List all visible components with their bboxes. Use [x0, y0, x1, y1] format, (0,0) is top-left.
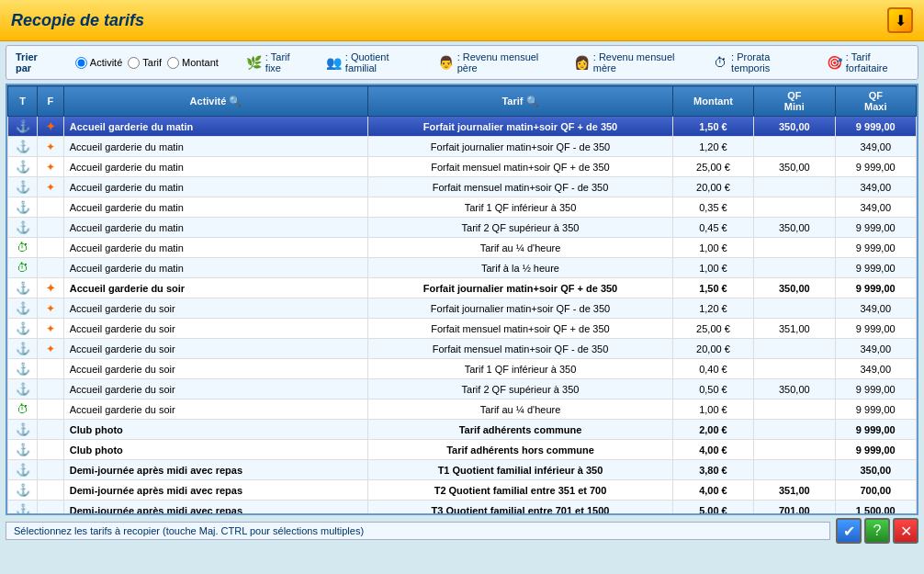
col-f: [38, 238, 64, 258]
title-bar: Recopie de tarifs ⬇: [0, 0, 924, 41]
col-f: [38, 460, 64, 480]
table-row[interactable]: ⚓ ✦ Accueil garderie du soir Forfait men…: [8, 319, 917, 339]
table-row[interactable]: ⏱ Accueil garderie du matin Tarif à la ½…: [8, 258, 917, 278]
legend-row: 🌿 : Tarif fixe 👥 : Quotient familial 👨 :…: [246, 51, 908, 73]
col-activite: Accueil garderie du soir: [63, 319, 368, 339]
col-t: ⚓: [8, 278, 38, 298]
col-montant: 2,00 €: [672, 420, 753, 440]
table-row[interactable]: ⚓ Club photo Tarif adhérents commune 2,0…: [8, 420, 917, 440]
validate-button[interactable]: ✔: [836, 518, 862, 544]
col-t: ⚓: [8, 117, 38, 137]
radio-montant[interactable]: Montant: [167, 57, 219, 69]
col-tarif: Tarif 1 QF inférieur à 350: [368, 197, 673, 218]
col-qfmaxi: 9 999,00: [835, 218, 916, 238]
table-row[interactable]: ⚓ ✦ Accueil garderie du soir Forfait jou…: [8, 278, 917, 298]
table-row[interactable]: ⚓ ✦ Accueil garderie du matin Forfait me…: [8, 157, 917, 177]
col-tarif: Tarif adhérents hors commune: [368, 440, 673, 460]
col-activite: Demi-journée après midi avec repas: [63, 460, 368, 480]
col-qfmini: 350,00: [754, 117, 835, 137]
col-montant: 1,20 €: [672, 298, 753, 319]
col-activite: Accueil garderie du matin: [63, 117, 368, 137]
status-text: Sélectionnez les tarifs à recopier (touc…: [6, 522, 830, 540]
col-f: [38, 440, 64, 460]
col-qfmini: 350,00: [754, 278, 835, 298]
activite-search-icon[interactable]: 🔍: [229, 96, 242, 107]
table-row[interactable]: ⚓ ✦ Accueil garderie du matin Forfait me…: [8, 177, 917, 197]
col-t: ⚓: [8, 319, 38, 339]
table-row[interactable]: ⚓ Accueil garderie du matin Tarif 1 QF i…: [8, 197, 917, 218]
close-button[interactable]: ✕: [893, 518, 918, 544]
col-f: ✦: [38, 117, 64, 137]
radio-activite[interactable]: Activité: [75, 57, 122, 69]
col-t: ⚓: [8, 137, 38, 157]
table-row[interactable]: ⚓ Demi-journée après midi avec repas T3 …: [8, 501, 917, 516]
col-tarif: Forfait mensuel matin+soir QF + de 350: [368, 157, 673, 177]
col-t: ⚓: [8, 480, 38, 501]
col-montant: 5,00 €: [672, 501, 753, 516]
col-montant: 0,50 €: [672, 379, 753, 400]
table-row[interactable]: ⚓ Demi-journée après midi avec repas T1 …: [8, 460, 917, 480]
status-bar: Sélectionnez les tarifs à recopier (touc…: [6, 518, 918, 544]
col-t: ⚓: [8, 379, 38, 400]
col-qfmini: [754, 197, 835, 218]
main-table-container: T F Activité 🔍 Tarif 🔍 Montant QFMini QF…: [6, 84, 918, 515]
col-t: ⚓: [8, 359, 38, 379]
legend-revenu-pere: 👨 : Revenu mensuel père: [438, 51, 552, 73]
revenu-mere-icon: 👩: [574, 54, 590, 71]
col-f: ✦: [38, 137, 64, 157]
col-tarif: Forfait journalier matin+soir QF - de 35…: [368, 298, 673, 319]
col-t: ⚓: [8, 177, 38, 197]
col-qfmaxi: 9 999,00: [835, 278, 916, 298]
col-f: [38, 258, 64, 278]
col-activite: Accueil garderie du matin: [63, 218, 368, 238]
prorata-icon: ⏱: [713, 54, 727, 71]
col-qfmaxi: 9 999,00: [835, 400, 916, 420]
table-row[interactable]: ⚓ ✦ Accueil garderie du soir Forfait jou…: [8, 298, 917, 319]
table-row[interactable]: ⚓ Accueil garderie du soir Tarif 1 QF in…: [8, 359, 917, 379]
col-qfmaxi: 349,00: [835, 137, 916, 157]
col-qfmaxi: 349,00: [835, 177, 916, 197]
col-t: ⚓: [8, 460, 38, 480]
help-button[interactable]: ?: [864, 518, 890, 544]
col-f: ✦: [38, 339, 64, 359]
table-row[interactable]: ⚓ ✦ Accueil garderie du matin Forfait jo…: [8, 137, 917, 157]
col-activite: Accueil garderie du soir: [63, 379, 368, 400]
col-qfmaxi: 9 999,00: [835, 420, 916, 440]
col-qfmini: [754, 440, 835, 460]
col-qfmaxi: 349,00: [835, 359, 916, 379]
page-title: Recopie de tarifs: [11, 11, 144, 30]
col-tarif: Tarif 2 QF supérieur à 350: [368, 218, 673, 238]
table-row[interactable]: ⚓ Club photo Tarif adhérents hors commun…: [8, 440, 917, 460]
col-tarif: T1 Quotient familial inférieur à 350: [368, 460, 673, 480]
col-f: [38, 501, 64, 516]
legend-quotient: 👥 : Quotient familial: [326, 51, 416, 73]
col-montant: 20,00 €: [672, 339, 753, 359]
col-qfmaxi: 349,00: [835, 197, 916, 218]
col-activite: Accueil garderie du soir: [63, 339, 368, 359]
col-activite: Accueil garderie du matin: [63, 137, 368, 157]
tarif-search-icon[interactable]: 🔍: [526, 96, 539, 107]
col-activite: Accueil garderie du soir: [63, 359, 368, 379]
table-row[interactable]: ⚓ Demi-journée après midi avec repas T2 …: [8, 480, 917, 501]
col-qfmaxi: 9 999,00: [835, 157, 916, 177]
col-tarif: Forfait mensuel matin+soir QF + de 350: [368, 319, 673, 339]
radio-tarif[interactable]: Tarif: [128, 57, 162, 69]
col-tarif: T3 Quotient familial entre 701 et 1500: [368, 501, 673, 516]
col-f: ✦: [38, 278, 64, 298]
table-row[interactable]: ⚓ Accueil garderie du matin Tarif 2 QF s…: [8, 218, 917, 238]
table-row[interactable]: ⚓ ✦ Accueil garderie du matin Forfait jo…: [8, 117, 917, 137]
col-qfmini: [754, 359, 835, 379]
col-montant: 20,00 €: [672, 177, 753, 197]
col-qfmaxi: 1 500,00: [835, 501, 916, 516]
col-qfmaxi: 9 999,00: [835, 258, 916, 278]
table-row[interactable]: ⏱ Accueil garderie du matin Tarif au ¼ d…: [8, 238, 917, 258]
col-montant: 4,00 €: [672, 440, 753, 460]
table-row[interactable]: ⚓ ✦ Accueil garderie du soir Forfait men…: [8, 339, 917, 359]
legend-revenu-mere: 👩 : Revenu mensuel mère: [574, 51, 691, 73]
col-f: [38, 480, 64, 501]
col-header-t: T: [8, 86, 38, 117]
col-qfmaxi: 9 999,00: [835, 379, 916, 400]
table-row[interactable]: ⏱ Accueil garderie du soir Tarif au ¼ d'…: [8, 400, 917, 420]
table-row[interactable]: ⚓ Accueil garderie du soir Tarif 2 QF su…: [8, 379, 917, 400]
col-t: ⏱: [8, 258, 38, 278]
